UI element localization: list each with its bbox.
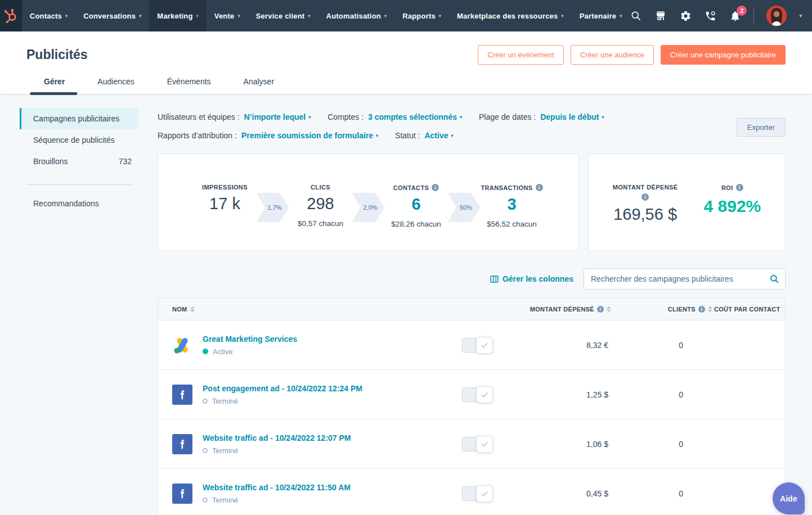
tab-bar: Gérer Audiences Événements Analyser [0,77,812,95]
marketplace-store-icon[interactable] [654,10,667,22]
tab-evenements[interactable]: Événements [167,77,211,95]
info-icon[interactable]: i [432,184,439,191]
nav-divider [753,8,754,23]
column-header-montant-depense[interactable]: MONTANT DÉPENSÉ i [501,306,611,313]
brouillons-count: 732 [119,157,132,166]
info-icon[interactable]: i [641,193,649,201]
create-audience-button[interactable]: Créer une audience [571,45,654,65]
sort-icon[interactable] [708,306,712,312]
check-icon [481,391,488,399]
search-input[interactable] [584,274,769,283]
metric-transactions: TRANSACTIONSi 3 $56,52 chacun [476,184,548,251]
campaign-link[interactable]: Post engagement ad - 10/24/2022 12:24 PM [203,384,362,393]
filter-comptes-dropdown[interactable]: 3 comptes sélectionnés▾ [368,112,462,121]
status-dot-done [203,448,208,453]
sidebar-item-campagnes-publicitaires[interactable]: Campagnes publicitaires [20,108,138,129]
create-event-button[interactable]: Créer un événement [478,45,564,65]
help-button[interactable]: Aide [773,482,805,514]
clients-value: 0 [611,341,712,350]
info-icon[interactable]: i [736,184,743,191]
campaign-link[interactable]: Great Marketing Services [203,335,297,344]
clics-cost: $0,57 chacun [285,219,357,228]
nav-item-rapports[interactable]: Rapports▾ [394,0,449,31]
search-icon[interactable] [630,10,642,22]
main-menu: Contacts▾ Conversations▾ Marketing▾ Vent… [22,0,630,31]
check-icon [481,490,488,498]
notifications-bell-icon[interactable]: 2 [729,10,741,22]
filter-plage-de-dates-dropdown[interactable]: Depuis le début▾ [540,112,604,121]
campaign-toggle[interactable] [462,437,488,451]
spend-roi-card: MONTANT DÉPENSÉ i 169,56 $ ROIi 4 892% [588,153,786,251]
info-icon[interactable]: i [597,306,604,313]
sidebar-item-recommandations[interactable]: Recommandations [20,193,138,214]
top-nav: Contacts▾ Conversations▾ Marketing▾ Vent… [0,0,812,31]
nav-item-contacts[interactable]: Contacts▾ [22,0,75,31]
sidebar-item-brouillons[interactable]: Brouillons 732 [20,151,138,172]
chevron-down-icon: ▾ [237,13,240,19]
chevron-down-icon[interactable]: ▾ [799,13,802,19]
calls-phone-icon[interactable] [704,10,716,22]
montant-depense-metric: MONTANT DÉPENSÉ i 169,56 $ [613,184,678,251]
chevron-down-icon: ▾ [308,13,310,19]
search-icon[interactable] [769,274,779,284]
info-icon[interactable]: i [536,184,543,191]
column-header-cout-par-contact[interactable]: COÛT PAR CONTACT [712,306,786,313]
nav-item-marketing[interactable]: Marketing▾ [149,0,206,31]
create-campaign-button[interactable]: Créer une campagne publicitaire [661,45,786,65]
clients-value: 0 [611,489,712,498]
campaign-link[interactable]: Website traffic ad - 10/24/2022 12:07 PM [203,433,351,442]
toggle-knob [476,436,493,453]
nav-item-partenaire[interactable]: Partenaire▾ [572,0,630,31]
nav-item-vente[interactable]: Vente▾ [207,0,248,31]
campaign-toggle[interactable] [462,338,488,353]
column-header-clients[interactable]: CLIENTS i [611,306,712,313]
nav-item-conversations[interactable]: Conversations▾ [75,0,149,31]
nav-item-service-client[interactable]: Service client▾ [248,0,318,31]
chevron-down-icon: ▾ [139,13,141,19]
facebook-icon [172,434,192,454]
sort-icon[interactable] [607,306,611,312]
status-dot-active [203,349,208,354]
sidebar-item-sequence-de-publicites[interactable]: Séquence de publicités [20,129,138,151]
column-header-nom[interactable]: NOM [158,306,462,313]
tab-audiences[interactable]: Audiences [97,77,134,95]
impressions-value: 17 k [189,195,261,213]
filter-statut-dropdown[interactable]: Active▾ [424,131,453,140]
export-button[interactable]: Exporter [737,118,786,137]
status-dot-done [203,399,208,404]
filter-rapports-attribution-dropdown[interactable]: Première soumission de formulaire▾ [241,131,378,140]
tab-gerer[interactable]: Gérer [44,77,65,95]
campaigns-table: NOM MONTANT DÉPENSÉ i CLIENTS i COÛT PAR… [158,297,786,515]
campaign-status: Terminé [203,446,351,455]
table-header-row: NOM MONTANT DÉPENSÉ i CLIENTS i COÛT PAR… [158,298,785,320]
hubspot-logo[interactable] [0,0,22,31]
campaign-toggle[interactable] [462,387,488,402]
roi-value: 4 892% [704,197,761,216]
filter-users-teams-dropdown[interactable]: N’importe lequel▾ [244,112,311,121]
campaign-status: Terminé [203,496,351,504]
toggle-knob [476,386,493,403]
nav-item-marketplace[interactable]: Marketplace des ressources▾ [449,0,572,31]
chevron-down-icon: ▾ [620,13,622,19]
campaign-toggle[interactable] [462,486,488,501]
settings-gear-icon[interactable] [679,10,692,22]
toggle-knob [476,485,493,502]
funnel-metrics-card: IMPRESSIONS 17 k 1,7% CLICS 298 $0,57 ch… [158,153,579,251]
sort-icon[interactable] [190,306,195,312]
spend-value: 1,06 $ [501,440,611,449]
campaign-link[interactable]: Website traffic ad - 10/24/2022 11:50 AM [203,483,351,492]
manage-columns-button[interactable]: Gérer les colonnes [490,274,573,283]
facebook-icon [172,484,192,504]
chevron-down-icon: ▾ [460,115,462,120]
filter-rapports-attribution: Rapports d’attribution : Première soumis… [158,131,378,140]
filter-plage-de-dates: Plage de dates : Depuis le début▾ [479,112,604,121]
chevron-down-icon: ▾ [65,13,68,19]
user-avatar[interactable] [766,6,787,26]
columns-icon [490,275,499,283]
info-icon[interactable]: i [698,306,705,313]
contacts-cost: $28,26 chacun [380,220,452,228]
nav-item-automatisation[interactable]: Automatisation▾ [318,0,395,31]
filter-statut: Statut : Active▾ [395,131,453,140]
tab-analyser[interactable]: Analyser [244,77,274,95]
table-row: Website traffic ad - 10/24/2022 12:07 PM… [158,419,785,469]
